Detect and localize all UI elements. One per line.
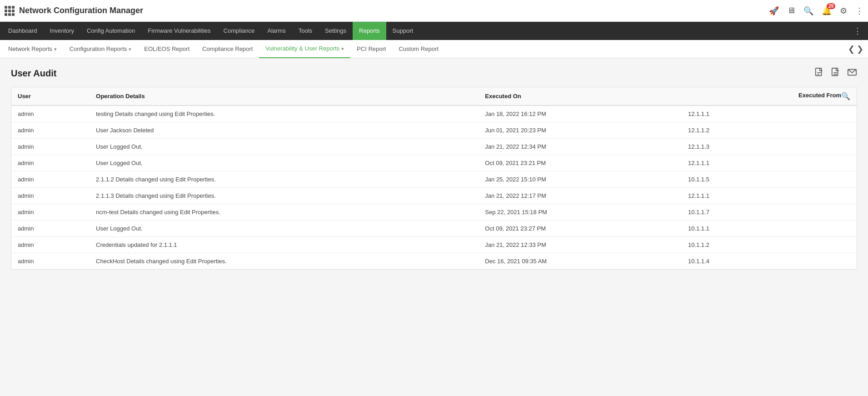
cell-user: admin	[11, 188, 90, 204]
content-header: User Audit	[11, 67, 857, 80]
subnav-nav-arrows: ❮ ❯	[845, 44, 866, 54]
cell-executed-on: Jan 18, 2022 16:12 PM	[479, 105, 682, 122]
nav-firmware-vulnerabilities[interactable]: Firmware Vulnerabilities	[141, 22, 217, 40]
nav-dashboard[interactable]: Dashboard	[2, 22, 44, 40]
xls-export-icon[interactable]	[831, 67, 841, 80]
cell-operation: User Logged Out.	[90, 139, 479, 155]
table-row: admin User Logged Out. Oct 09, 2021 23:2…	[11, 155, 857, 171]
cell-operation: 2.1.1.2 Details changed using Edit Prope…	[90, 171, 479, 188]
cell-executed-from: 12.1.1.1	[682, 188, 857, 204]
chevron-down-icon: ▾	[341, 40, 344, 58]
table-header-row: User Operation Details Executed On Execu…	[11, 87, 857, 105]
subnav-eol-eos-report[interactable]: EOL/EOS Report	[138, 40, 196, 58]
monitor-icon[interactable]: 🖥	[787, 6, 795, 15]
notification-badge: 29	[827, 3, 835, 9]
cell-operation: 2.1.1.3 Details changed using Edit Prope…	[90, 188, 479, 204]
app-title: Network Configuration Manager	[19, 6, 143, 15]
subnav-network-reports[interactable]: Network Reports ▾	[2, 40, 63, 58]
chevron-down-icon: ▾	[129, 40, 131, 58]
subnav-compliance-report[interactable]: Compliance Report	[196, 40, 259, 58]
cell-executed-from: 12.1.1.2	[682, 122, 857, 139]
nav-settings[interactable]: Settings	[319, 22, 353, 40]
email-icon[interactable]	[847, 67, 857, 80]
app-grid-icon[interactable]	[5, 6, 15, 16]
cell-user: admin	[11, 253, 90, 270]
subnav-compliance-label: Compliance Report	[202, 40, 253, 58]
nav-compliance[interactable]: Compliance	[217, 22, 261, 40]
prev-icon[interactable]: ❮	[848, 44, 855, 54]
cell-user: admin	[11, 204, 90, 221]
cell-operation: CheckHost Details changed using Edit Pro…	[90, 253, 479, 270]
cell-executed-from: 12.1.1.3	[682, 139, 857, 155]
content-area: User Audit	[0, 58, 868, 279]
subnav-vulnerability-user-reports[interactable]: Vulnerability & User Reports ▾	[259, 40, 350, 58]
cell-executed-on: Dec 16, 2021 09:35 AM	[479, 253, 682, 270]
cell-operation: User Logged Out.	[90, 155, 479, 171]
cell-executed-from: 12.1.1.1	[682, 155, 857, 171]
cell-user: admin	[11, 221, 90, 237]
table-row: admin CheckHost Details changed using Ed…	[11, 253, 857, 270]
cell-executed-from: 10.1.1.4	[682, 253, 857, 270]
gear-icon[interactable]: ⚙	[840, 6, 847, 16]
subnav-configuration-reports-label: Configuration Reports	[70, 40, 127, 58]
cell-user: admin	[11, 171, 90, 188]
nav-reports[interactable]: Reports	[353, 22, 386, 40]
bell-icon[interactable]: 🔔 29	[822, 6, 832, 16]
subnav-eol-eos-label: EOL/EOS Report	[144, 40, 190, 58]
cell-user: admin	[11, 139, 90, 155]
subnav-custom-report[interactable]: Custom Report	[392, 40, 444, 58]
pdf-export-icon[interactable]	[814, 67, 824, 80]
cell-executed-on: Jan 25, 2022 15:10 PM	[479, 171, 682, 188]
table-search-icon[interactable]: 🔍	[841, 92, 850, 100]
subnav-custom-label: Custom Report	[399, 40, 438, 58]
nav-alarms[interactable]: Alarms	[261, 22, 292, 40]
cell-operation: testing Details changed using Edit Prope…	[90, 105, 479, 122]
main-nav: Dashboard Inventory Config Automation Fi…	[0, 22, 868, 40]
nav-support[interactable]: Support	[386, 22, 420, 40]
cell-executed-on: Oct 09, 2021 23:21 PM	[479, 155, 682, 171]
audit-table-container: User Operation Details Executed On Execu…	[11, 87, 857, 270]
cell-user: admin	[11, 155, 90, 171]
cell-executed-on: Jan 21, 2022 12:34 PM	[479, 139, 682, 155]
rocket-icon[interactable]: 🚀	[769, 6, 779, 16]
chevron-down-icon: ▾	[54, 40, 57, 58]
table-row: admin User Logged Out. Oct 09, 2021 23:2…	[11, 221, 857, 237]
subnav-pci-label: PCI Report	[357, 40, 386, 58]
subnav-pci-report[interactable]: PCI Report	[350, 40, 392, 58]
cell-executed-on: Jan 21, 2022 12:33 PM	[479, 237, 682, 253]
cell-executed-on: Sep 22, 2021 15:18 PM	[479, 204, 682, 221]
cell-executed-on: Oct 09, 2021 23:27 PM	[479, 221, 682, 237]
cell-user: admin	[11, 122, 90, 139]
cell-executed-on: Jun 01, 2021 20:23 PM	[479, 122, 682, 139]
table-row: admin testing Details changed using Edit…	[11, 105, 857, 122]
nav-tools[interactable]: Tools	[292, 22, 319, 40]
cell-user: admin	[11, 105, 90, 122]
nav-inventory[interactable]: Inventory	[44, 22, 80, 40]
sub-nav: Network Reports ▾ Configuration Reports …	[0, 40, 868, 58]
cell-executed-from: 12.1.1.1	[682, 105, 857, 122]
header-actions	[814, 67, 857, 80]
top-bar-right: 🚀 🖥 🔍 🔔 29 ⚙ ⋮	[769, 6, 863, 16]
nav-config-automation[interactable]: Config Automation	[80, 22, 141, 40]
cell-executed-from: 10.1.1.1	[682, 221, 857, 237]
col-user: User	[11, 87, 90, 105]
table-row: admin ncm-test Details changed using Edi…	[11, 204, 857, 221]
cell-executed-from: 10.1.1.2	[682, 237, 857, 253]
next-icon[interactable]: ❯	[857, 44, 863, 54]
cell-executed-from: 10.1.1.7	[682, 204, 857, 221]
top-bar-left: Network Configuration Manager	[5, 6, 769, 16]
search-icon[interactable]: 🔍	[803, 6, 813, 16]
more-icon[interactable]: ⋮	[855, 6, 863, 16]
nav-more-icon[interactable]: ⋮	[849, 26, 866, 36]
subnav-configuration-reports[interactable]: Configuration Reports ▾	[63, 40, 138, 58]
cell-operation: ncm-test Details changed using Edit Prop…	[90, 204, 479, 221]
cell-operation: User Logged Out.	[90, 221, 479, 237]
cell-user: admin	[11, 237, 90, 253]
table-row: admin User Logged Out. Jan 21, 2022 12:3…	[11, 139, 857, 155]
subnav-vuln-label: Vulnerability & User Reports	[265, 40, 339, 58]
cell-executed-on: Jan 21, 2022 12:17 PM	[479, 188, 682, 204]
cell-operation: Credentials updated for 2.1.1.1	[90, 237, 479, 253]
subnav-network-reports-label: Network Reports	[8, 40, 52, 58]
table-row: admin 2.1.1.3 Details changed using Edit…	[11, 188, 857, 204]
audit-table: User Operation Details Executed On Execu…	[11, 87, 857, 269]
